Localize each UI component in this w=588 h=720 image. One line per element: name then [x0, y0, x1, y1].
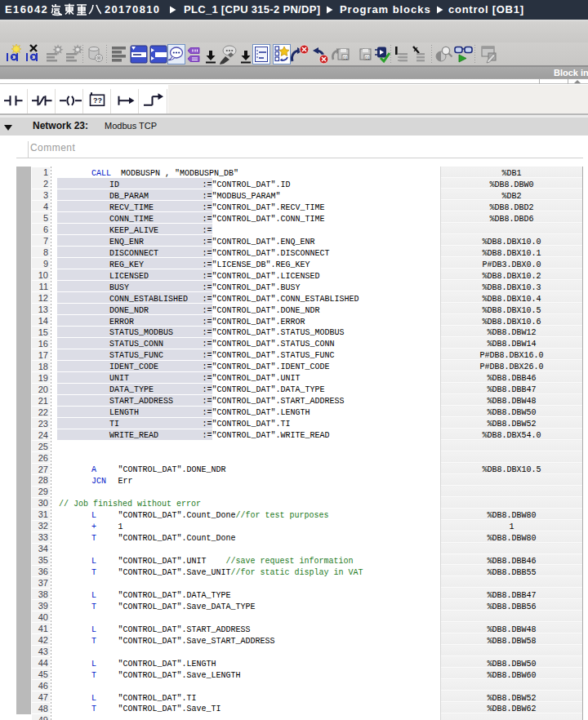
svg-text:??: ??: [93, 96, 102, 104]
svg-text:01: 01: [343, 56, 348, 60]
svg-text:01: 01: [365, 56, 370, 60]
